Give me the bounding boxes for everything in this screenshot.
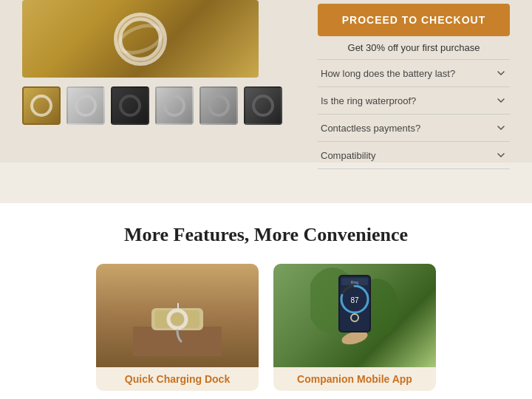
chevron-down-icon (495, 122, 507, 134)
faq-item-payments[interactable]: Contactless payments? (318, 115, 510, 142)
thumbnail-4[interactable] (155, 86, 194, 125)
main-product-image (22, 0, 259, 78)
app-label: Companion Mobile App (273, 367, 436, 391)
faq-question-waterproof: Is the ring waterproof? (321, 95, 416, 106)
faq-item-waterproof[interactable]: Is the ring waterproof? (318, 87, 510, 115)
svg-rect-7 (177, 303, 179, 309)
thumbnail-2[interactable] (66, 86, 105, 125)
thumbnail-row (22, 86, 296, 125)
svg-point-1 (118, 16, 163, 61)
thumbnail-3[interactable] (111, 86, 149, 125)
features-section: More Features, More Convenience Quick (0, 203, 532, 399)
svg-text:87: 87 (350, 296, 359, 304)
dock-label: Quick Charging Dock (96, 367, 259, 391)
feature-card-dock: Quick Charging Dock (96, 264, 259, 391)
features-title: More Features, More Convenience (30, 224, 502, 246)
faq-item-compatibility[interactable]: Compatibility (318, 142, 510, 169)
discount-text: Get 30% off your first purchase (318, 42, 510, 53)
faq-question-battery: How long does the battery last? (321, 68, 455, 79)
chevron-down-icon (495, 95, 507, 106)
product-right: PROCEED TO CHECKOUT Get 30% off your fir… (318, 0, 510, 148)
thumbnail-1[interactable] (22, 86, 61, 125)
thumbnail-6[interactable] (244, 86, 282, 125)
svg-text:Ring: Ring (351, 280, 359, 284)
svg-rect-5 (155, 310, 200, 328)
product-left (22, 0, 296, 148)
dock-image (96, 264, 259, 367)
chevron-down-icon (495, 149, 507, 161)
faq-question-compatibility: Compatibility (321, 150, 375, 161)
faq-item-battery[interactable]: How long does the battery last? (318, 59, 510, 87)
faq-list: How long does the battery last? Is the r… (318, 59, 510, 169)
feature-cards: Quick Charging Dock 87 (30, 264, 502, 391)
feature-card-app: 87 Ring Companion Mobile App (273, 264, 436, 391)
app-image: 87 Ring (273, 264, 436, 367)
checkout-button[interactable]: PROCEED TO CHECKOUT (318, 4, 510, 36)
chevron-down-icon (495, 67, 507, 79)
product-section: PROCEED TO CHECKOUT Get 30% off your fir… (0, 0, 532, 163)
thumbnail-5[interactable] (200, 86, 238, 125)
faq-question-payments: Contactless payments? (321, 123, 420, 134)
